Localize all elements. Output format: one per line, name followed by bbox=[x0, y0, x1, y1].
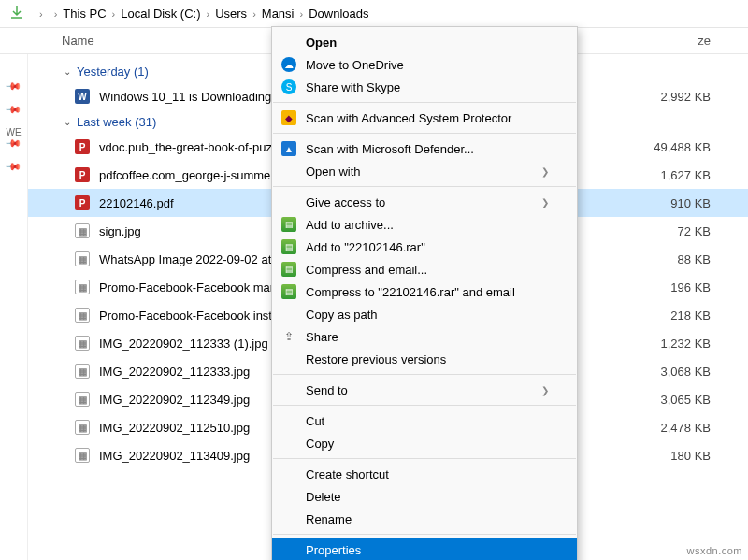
context-menu: Open ☁Move to OneDrive SShare with Skype… bbox=[271, 26, 578, 560]
menu-open[interactable]: Open bbox=[272, 31, 577, 53]
menu-separator bbox=[273, 186, 576, 187]
file-size: 196 KB bbox=[617, 280, 748, 294]
breadcrumb-item[interactable]: Users bbox=[215, 7, 247, 21]
img-file-icon: ▦ bbox=[75, 336, 90, 351]
chevron-right-icon: ❯ bbox=[541, 166, 549, 177]
img-file-icon: ▦ bbox=[75, 308, 90, 323]
menu-restore-versions[interactable]: Restore previous versions bbox=[272, 348, 577, 370]
menu-copy-path[interactable]: Copy as path bbox=[272, 303, 577, 325]
breadcrumb: ››This PC›Local Disk (C:)›Users›Mansi›Do… bbox=[0, 0, 748, 28]
file-size: 910 KB bbox=[617, 196, 748, 210]
menu-compress-rar-email[interactable]: ▤Compress to "22102146.rar" and email bbox=[272, 280, 577, 303]
file-size: 2,478 KB bbox=[617, 421, 748, 435]
menu-cut[interactable]: Cut bbox=[272, 409, 577, 432]
chevron-right-icon: ❯ bbox=[541, 385, 549, 395]
chevron-right-icon: › bbox=[207, 8, 210, 20]
pdf-file-icon: P bbox=[75, 139, 90, 154]
chevron-right-icon: › bbox=[252, 8, 256, 20]
file-size: 2,992 KB bbox=[617, 90, 748, 104]
menu-scan-asp[interactable]: ◆Scan with Advanced System Protector bbox=[272, 107, 577, 129]
menu-separator bbox=[273, 405, 576, 406]
menu-scan-defender[interactable]: ▲Scan with Microsoft Defender... bbox=[272, 137, 577, 160]
file-size: 49,488 KB bbox=[617, 140, 748, 154]
archive-icon: ▤ bbox=[281, 217, 296, 232]
menu-separator bbox=[273, 374, 576, 375]
menu-compress-email[interactable]: ▤Compress and email... bbox=[272, 258, 577, 280]
img-file-icon: ▦ bbox=[75, 420, 90, 435]
file-size: 1,232 KB bbox=[617, 337, 748, 351]
skype-icon: S bbox=[281, 79, 296, 94]
share-icon: ⇪ bbox=[281, 329, 296, 344]
menu-move-onedrive[interactable]: ☁Move to OneDrive bbox=[272, 53, 577, 76]
archive-icon: ▤ bbox=[281, 284, 296, 299]
chevron-right-icon: › bbox=[39, 8, 43, 20]
chevron-right-icon: › bbox=[54, 8, 58, 20]
onedrive-icon: ☁ bbox=[281, 57, 296, 72]
group-label: Yesterday (1) bbox=[77, 65, 149, 79]
menu-share[interactable]: ⇪Share bbox=[272, 325, 577, 348]
breadcrumb-item[interactable]: Downloads bbox=[309, 7, 368, 21]
menu-send-to[interactable]: Send to❯ bbox=[272, 379, 577, 401]
menu-create-shortcut[interactable]: Create shortcut bbox=[272, 463, 577, 485]
menu-separator bbox=[273, 102, 576, 103]
pdf-file-icon: P bbox=[75, 195, 90, 210]
col-size[interactable]: ze bbox=[617, 34, 748, 48]
img-file-icon: ▦ bbox=[75, 280, 90, 294]
archive-icon: ▤ bbox=[281, 239, 296, 254]
pdf-file-icon: P bbox=[75, 167, 90, 182]
chevron-right-icon: › bbox=[112, 8, 116, 20]
img-file-icon: ▦ bbox=[75, 364, 90, 379]
img-file-icon: ▦ bbox=[75, 223, 90, 238]
file-size: 218 KB bbox=[617, 309, 748, 323]
menu-copy[interactable]: Copy bbox=[272, 432, 577, 454]
sidebar: 📌 📌 WE 📌 📌 bbox=[0, 54, 28, 560]
defender-icon: ▲ bbox=[281, 141, 296, 156]
doc-file-icon: W bbox=[75, 89, 90, 104]
shield-icon: ◆ bbox=[281, 110, 296, 125]
group-label: Last week (31) bbox=[77, 115, 156, 129]
breadcrumb-item[interactable]: Mansi bbox=[262, 7, 295, 21]
watermark: wsxdn.com bbox=[686, 545, 742, 556]
chevron-right-icon: › bbox=[299, 8, 303, 20]
chevron-down-icon: ⌄ bbox=[64, 117, 71, 127]
menu-delete[interactable]: Delete bbox=[272, 485, 577, 508]
menu-separator bbox=[273, 534, 576, 535]
menu-properties[interactable]: Properties bbox=[272, 538, 577, 560]
menu-add-archive[interactable]: ▤Add to archive... bbox=[272, 213, 577, 236]
menu-open-with[interactable]: Open with❯ bbox=[272, 160, 577, 182]
pin-icon: 📌 bbox=[0, 96, 27, 124]
menu-separator bbox=[273, 458, 576, 459]
chevron-right-icon: ❯ bbox=[541, 197, 549, 208]
chevron-down-icon: ⌄ bbox=[64, 66, 71, 77]
menu-separator bbox=[273, 133, 576, 134]
pin-icon: 📌 bbox=[0, 153, 27, 181]
file-size: 3,065 KB bbox=[617, 393, 748, 407]
img-file-icon: ▦ bbox=[75, 448, 90, 463]
breadcrumb-item[interactable]: This PC bbox=[63, 7, 106, 21]
img-file-icon: ▦ bbox=[75, 392, 90, 407]
archive-icon: ▤ bbox=[281, 262, 296, 277]
breadcrumb-item[interactable]: Local Disk (C:) bbox=[121, 7, 200, 21]
file-size: 3,068 KB bbox=[617, 365, 748, 379]
menu-add-rar[interactable]: ▤Add to "22102146.rar" bbox=[272, 236, 577, 258]
file-size: 1,627 KB bbox=[617, 168, 748, 182]
menu-share-skype[interactable]: SShare with Skype bbox=[272, 76, 577, 98]
menu-give-access[interactable]: Give access to❯ bbox=[272, 191, 577, 213]
file-size: 88 KB bbox=[617, 252, 748, 266]
download-icon bbox=[9, 5, 24, 22]
file-size: 180 KB bbox=[617, 449, 748, 463]
img-file-icon: ▦ bbox=[75, 251, 90, 266]
menu-rename[interactable]: Rename bbox=[272, 508, 577, 530]
file-size: 72 KB bbox=[617, 224, 748, 238]
pin-icon: 📌 bbox=[0, 73, 27, 101]
